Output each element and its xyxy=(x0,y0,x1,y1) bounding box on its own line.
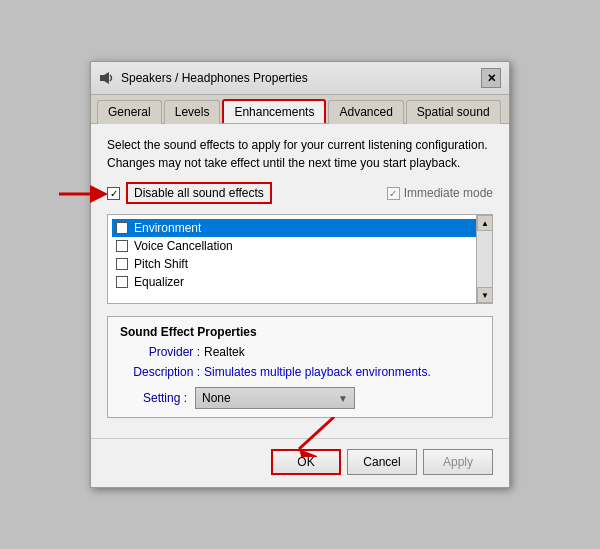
bottom-button-row: OK Cancel Apply xyxy=(91,438,509,487)
effect-item-equalizer[interactable]: Equalizer xyxy=(112,273,488,291)
arrow-down-icon xyxy=(274,417,354,457)
effect-checkbox-voice-cancellation[interactable] xyxy=(116,240,128,252)
immediate-mode-checkbox[interactable] xyxy=(387,187,400,200)
immediate-mode-label: Immediate mode xyxy=(404,186,493,200)
sound-props-title: Sound Effect Properties xyxy=(120,325,480,339)
tab-advanced[interactable]: Advanced xyxy=(328,100,403,124)
description-row: Description : Simulates multiple playbac… xyxy=(120,365,480,379)
effect-checkbox-environment[interactable] xyxy=(116,222,128,234)
effect-item-voice-cancellation[interactable]: Voice Cancellation xyxy=(112,237,488,255)
effects-list-container: Environment Voice Cancellation Pitch Shi… xyxy=(107,214,493,304)
tab-bar: General Levels Enhancements Advanced Spa… xyxy=(91,95,509,124)
tab-general[interactable]: General xyxy=(97,100,162,124)
speaker-icon xyxy=(99,70,115,86)
immediate-mode-row: Immediate mode xyxy=(387,186,493,200)
sound-effect-properties: Sound Effect Properties Provider : Realt… xyxy=(107,316,493,418)
cancel-button[interactable]: Cancel xyxy=(347,449,417,475)
disable-all-checkbox[interactable] xyxy=(107,187,120,200)
svg-rect-0 xyxy=(100,75,104,81)
setting-value: None xyxy=(202,391,231,405)
effect-label-environment: Environment xyxy=(134,221,201,235)
setting-row: Setting : None ▼ xyxy=(120,387,480,409)
scroll-down-arrow[interactable]: ▼ xyxy=(477,287,493,303)
effect-checkbox-equalizer[interactable] xyxy=(116,276,128,288)
disable-all-row: Disable all sound effects xyxy=(107,182,272,204)
description-value: Simulates multiple playback environments… xyxy=(204,365,431,379)
effect-label-pitch-shift: Pitch Shift xyxy=(134,257,188,271)
title-bar: Speakers / Headphones Properties ✕ xyxy=(91,62,509,95)
scroll-track xyxy=(477,231,492,287)
dialog-window: Speakers / Headphones Properties ✕ Gener… xyxy=(90,61,510,488)
scroll-up-arrow[interactable]: ▲ xyxy=(477,215,493,231)
arrow-left-icon xyxy=(59,182,109,206)
description-label: Description : xyxy=(120,365,200,379)
effect-label-voice-cancellation: Voice Cancellation xyxy=(134,239,233,253)
close-button[interactable]: ✕ xyxy=(481,68,501,88)
svg-line-5 xyxy=(299,417,334,449)
effect-item-pitch-shift[interactable]: Pitch Shift xyxy=(112,255,488,273)
tab-spatial-sound[interactable]: Spatial sound xyxy=(406,100,501,124)
disable-all-label: Disable all sound effects xyxy=(126,182,272,204)
description-text: Select the sound effects to apply for yo… xyxy=(107,136,493,172)
effect-label-equalizer: Equalizer xyxy=(134,275,184,289)
effects-scrollbar[interactable]: ▲ ▼ xyxy=(476,215,492,303)
dialog-content: Select the sound effects to apply for yo… xyxy=(91,124,509,438)
apply-button[interactable]: Apply xyxy=(423,449,493,475)
effect-checkbox-pitch-shift[interactable] xyxy=(116,258,128,270)
effect-item-environment[interactable]: Environment xyxy=(112,219,488,237)
dialog-title: Speakers / Headphones Properties xyxy=(121,71,308,85)
tab-enhancements[interactable]: Enhancements xyxy=(222,99,326,123)
setting-label: Setting : xyxy=(132,391,187,405)
svg-marker-1 xyxy=(104,72,109,84)
provider-label: Provider : xyxy=(120,345,200,359)
setting-dropdown[interactable]: None ▼ xyxy=(195,387,355,409)
title-bar-left: Speakers / Headphones Properties xyxy=(99,70,308,86)
provider-row: Provider : Realtek xyxy=(120,345,480,359)
dropdown-arrow-icon: ▼ xyxy=(338,393,348,404)
provider-value: Realtek xyxy=(204,345,245,359)
effects-list: Environment Voice Cancellation Pitch Shi… xyxy=(108,215,492,295)
tab-levels[interactable]: Levels xyxy=(164,100,221,124)
